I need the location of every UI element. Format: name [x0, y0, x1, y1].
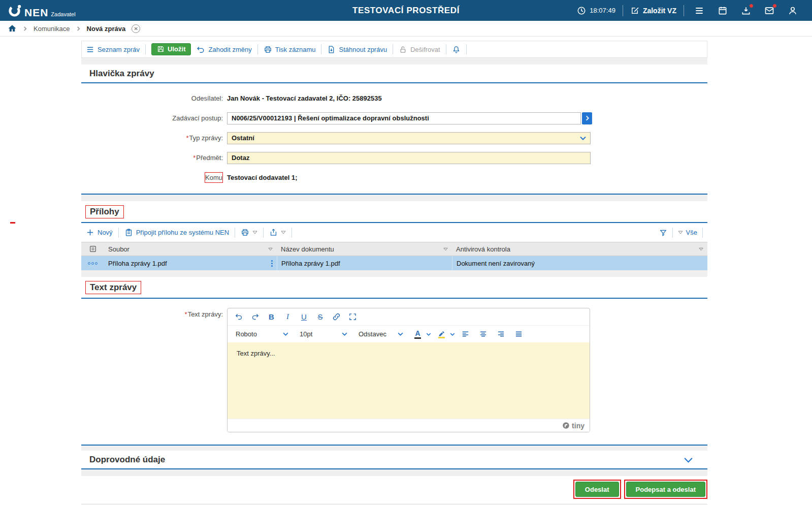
column-header-icon[interactable]: [81, 242, 104, 256]
section-title-doprovodne: Doprovodné údaje: [89, 455, 165, 465]
komu-label: Komu: [205, 172, 223, 183]
text-color-menu-button[interactable]: [426, 333, 431, 336]
insert-link-button[interactable]: [329, 310, 344, 324]
zahodit-zmeny-button[interactable]: Zahodit změny: [197, 45, 251, 54]
bold-button[interactable]: B: [264, 310, 279, 324]
downloads-badge: [749, 4, 754, 8]
profile-button[interactable]: [788, 6, 798, 16]
column-header-antivir[interactable]: Antivirová kontrola: [452, 242, 707, 256]
align-justify-button[interactable]: [511, 328, 526, 341]
expand-section-button[interactable]: [684, 457, 699, 463]
column-filter-icon[interactable]: [443, 247, 448, 251]
align-justify-icon: [514, 330, 523, 338]
row-grip-handle[interactable]: [271, 260, 273, 267]
podepsat-a-odeslat-button[interactable]: Podepsat a odeslat: [626, 482, 705, 497]
form-row-zadavaci-postup: Zadávací postup: N006/25/V00012193 | Řeš…: [81, 108, 707, 128]
downloads-button[interactable]: [741, 6, 751, 16]
ulozit-button[interactable]: Uložit: [151, 43, 191, 55]
header-icon-group: [694, 6, 798, 16]
hlavicka-form: Odesílatel: Jan Novák - Testovací zadava…: [81, 83, 707, 195]
link-icon: [332, 312, 341, 321]
section-prilohy: Přílohy Nový Připojit přílohu ze systému…: [81, 201, 707, 270]
calendar-button[interactable]: [718, 6, 728, 16]
close-tab-button[interactable]: ✕: [132, 24, 140, 33]
file-icon: [89, 245, 97, 253]
bell-icon: [452, 45, 461, 54]
open-detail-button[interactable]: [582, 112, 592, 124]
notifications-button[interactable]: [452, 45, 461, 54]
dropdown-triangle-icon: [252, 231, 257, 234]
tinymce-brand-link[interactable]: tiny: [562, 422, 584, 430]
annotation-mark: [10, 222, 15, 224]
font-family-select[interactable]: Roboto: [232, 328, 293, 341]
highlight-color-menu-button[interactable]: [450, 333, 455, 336]
create-vz-button[interactable]: Založit VZ: [630, 6, 676, 15]
align-left-button[interactable]: [458, 328, 473, 341]
fullscreen-button[interactable]: [345, 310, 360, 324]
export-menu-button[interactable]: [269, 228, 286, 237]
text-color-button[interactable]: A: [410, 328, 425, 341]
typ-zpravy-select[interactable]: Ostatní: [227, 132, 591, 144]
nen-logo[interactable]: NEN Zadavatel: [7, 3, 76, 18]
footer-actions: Odeslat Podepsat a odeslat: [81, 476, 707, 503]
breadcrumb-item-nova-zprava: Nová zpráva: [87, 25, 126, 33]
strikethrough-button[interactable]: S: [313, 310, 328, 324]
create-vz-label: Založit VZ: [643, 7, 676, 15]
redo-button[interactable]: [248, 310, 263, 324]
underline-button[interactable]: U: [297, 310, 311, 324]
print-menu-button[interactable]: [241, 228, 257, 237]
seznam-zprav-button[interactable]: Seznam zpráv: [86, 45, 140, 54]
column-header-nazev[interactable]: Název dokumentu: [277, 242, 452, 256]
column-header-soubor[interactable]: Soubor: [104, 242, 277, 256]
text-zpravy-label: *Text zprávy:: [81, 308, 227, 318]
messages-button[interactable]: [764, 6, 774, 16]
undo-icon: [235, 312, 243, 321]
column-filter-icon[interactable]: [699, 247, 703, 251]
clock-icon: [577, 6, 586, 15]
align-right-button[interactable]: [494, 328, 508, 341]
filter-button[interactable]: [659, 229, 667, 237]
form-row-odesilatel: Odesílatel: Jan Novák - Testovací zadava…: [81, 88, 707, 108]
vse-filter-dropdown[interactable]: Vše: [678, 229, 697, 236]
attachments-toolbar: Nový Připojit přílohu ze systému NEN: [81, 223, 707, 242]
chevron-down-icon: [283, 332, 288, 336]
predmet-input[interactable]: [227, 152, 591, 164]
desifrovat-button[interactable]: Dešifrovat: [399, 45, 440, 54]
komu-value: Testovací dodavatel 1;: [227, 174, 297, 181]
form-row-komu: Komu Testovací dodavatel 1;: [81, 168, 707, 187]
align-right-icon: [497, 330, 505, 338]
printer-icon: [264, 45, 272, 54]
align-center-icon: [479, 330, 488, 338]
column-filter-icon[interactable]: [268, 247, 273, 251]
stahnout-zpravu-button[interactable]: Stáhnout zprávu: [327, 45, 387, 54]
dropdown-triangle-icon: [281, 231, 286, 234]
undo-button[interactable]: [232, 310, 246, 324]
section-text-zpravy: Text zprávy *Text zprávy: B I U: [81, 277, 707, 446]
editor-status-bar: tiny: [228, 419, 590, 432]
pripojit-prilohu-button[interactable]: Připojit přílohu ze systému NEN: [124, 228, 230, 237]
section-title-text-zpravy: Text zprávy: [85, 281, 141, 294]
tisk-zaznamu-button[interactable]: Tisk záznamu: [264, 45, 316, 54]
clipboard-icon: [124, 228, 133, 237]
home-button[interactable]: [8, 24, 17, 33]
komu-label-wrap: Komu: [81, 174, 227, 181]
block-format-select[interactable]: Odstavec: [354, 328, 407, 341]
cell-soubor: Příloha zprávy 1.pdf: [104, 256, 277, 270]
attachments-table-header: Soubor Název dokumentu Antivirová kontro…: [81, 242, 707, 256]
font-size-select[interactable]: 10pt: [296, 328, 351, 341]
breadcrumb-item-komunikace[interactable]: Komunikace: [34, 25, 70, 33]
doprovodne-udaje-header[interactable]: Doprovodné údaje: [81, 451, 707, 469]
align-left-icon: [461, 330, 470, 338]
italic-button[interactable]: I: [280, 310, 295, 324]
novy-button[interactable]: Nový: [86, 228, 113, 237]
odeslat-button[interactable]: Odeslat: [575, 482, 619, 497]
row-menu-button[interactable]: [81, 256, 104, 270]
editor-content-area[interactable]: Text zprávy...: [228, 342, 590, 419]
attachment-row[interactable]: Příloha zprávy 1.pdf Příloha zprávy 1.pd…: [81, 256, 707, 270]
main-menu-button[interactable]: [694, 6, 704, 16]
highlight-color-button[interactable]: [434, 328, 449, 341]
align-center-button[interactable]: [476, 328, 491, 341]
row-menu-dots-icon: [88, 262, 98, 265]
messages-badge: [772, 4, 777, 8]
section-title-hlavicka: Hlavička zprávy: [81, 65, 707, 83]
